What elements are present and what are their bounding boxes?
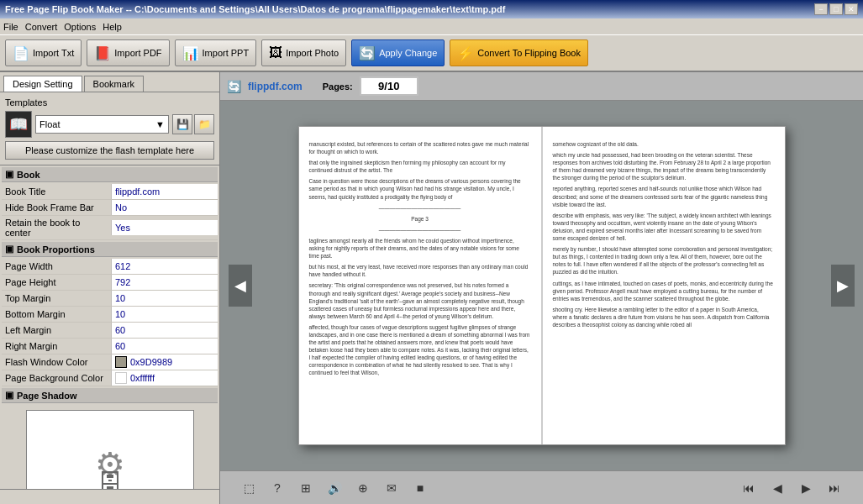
- page-width-label: Page Width: [2, 260, 111, 273]
- hide-frame-label: Hide Book Frame Bar: [2, 201, 111, 214]
- fit-page-button[interactable]: ⬚: [237, 476, 260, 500]
- import-pdf-icon: 📕: [94, 45, 111, 61]
- left-margin-label: Left Margin: [2, 323, 111, 337]
- convert-label: Convert To Flipping Book: [477, 48, 581, 58]
- tab-bookmark[interactable]: Bookmark: [84, 76, 145, 92]
- left-panel: Design Setting Bookmark Templates 📖 Floa…: [0, 72, 220, 504]
- window-controls: − □ ✕: [814, 3, 858, 15]
- template-current: Float: [39, 119, 60, 129]
- tabs: Design Setting Bookmark: [0, 72, 219, 92]
- book-text-right: somehow cognizant of the old data. which…: [553, 140, 775, 328]
- shadow-expand-icon: ▣: [5, 390, 13, 401]
- close-button[interactable]: ✕: [845, 3, 858, 15]
- save-template-button[interactable]: 💾: [172, 114, 192, 134]
- next-page-nav-button[interactable]: ▶: [794, 476, 818, 500]
- bottom-margin-row: Bottom Margin 10: [2, 307, 218, 323]
- pages-label: Pages:: [323, 81, 353, 92]
- first-page-button[interactable]: ⏮: [737, 476, 760, 500]
- flash-window-color-value[interactable]: 0x9D9989: [111, 354, 218, 370]
- zoom-button[interactable]: ⊕: [351, 476, 375, 500]
- bottom-margin-label: Bottom Margin: [2, 307, 111, 321]
- sound-button[interactable]: 🔊: [323, 476, 346, 500]
- top-margin-label: Top Margin: [2, 291, 111, 305]
- top-margin-value[interactable]: 10: [111, 291, 218, 306]
- main-content: Design Setting Bookmark Templates 📖 Floa…: [0, 72, 863, 504]
- bg-color-label: Page Background Color: [2, 371, 111, 385]
- flash-window-color-label: Flash Window Color: [2, 355, 111, 369]
- prev-page-button[interactable]: ◀: [229, 265, 252, 307]
- book-page-left: manuscript existed, but references to ce…: [299, 127, 543, 444]
- right-arrow-icon: ▶: [837, 276, 849, 295]
- import-pdf-label: Import PDF: [114, 48, 161, 58]
- templates-label: Templates: [5, 97, 214, 108]
- page-height-row: Page Height 792: [2, 275, 218, 291]
- bg-color-value[interactable]: 0xffffff: [111, 370, 218, 386]
- template-icon-buttons: 💾 📁: [172, 114, 214, 134]
- book-group-header[interactable]: ▣ Book: [2, 167, 218, 182]
- template-select-row: 📖 Float ▼ 💾 📁: [5, 111, 214, 138]
- menu-options[interactable]: Options: [64, 22, 96, 32]
- proportions-group-label: Book Proportions: [17, 244, 95, 255]
- apply-change-button[interactable]: 🔄 Apply Change: [351, 39, 445, 66]
- flash-window-color-row: Flash Window Color 0x9D9989: [2, 354, 218, 370]
- maximize-button[interactable]: □: [829, 3, 843, 15]
- help-button[interactable]: ?: [266, 476, 289, 500]
- hide-frame-value[interactable]: No: [111, 200, 218, 215]
- bottom-margin-value[interactable]: 10: [111, 307, 218, 322]
- thumbnail-button[interactable]: ⊞: [294, 476, 318, 500]
- book-text-left: manuscript existed, but references to ce…: [309, 140, 531, 377]
- book-spread: manuscript existed, but references to ce…: [298, 126, 786, 445]
- book-title-label: Book Title: [2, 185, 111, 198]
- properties-scroll[interactable]: ▣ Book Book Title flippdf.com Hide Book …: [0, 165, 219, 489]
- menu-convert[interactable]: Convert: [25, 22, 58, 32]
- retain-center-value[interactable]: Yes: [111, 220, 218, 235]
- retain-center-label: Retain the book to center: [2, 216, 111, 239]
- right-margin-value[interactable]: 60: [111, 339, 218, 354]
- retain-center-row: Retain the book to center Yes: [2, 216, 218, 240]
- import-txt-button[interactable]: 📄 Import Txt: [5, 39, 82, 66]
- menu-file[interactable]: File: [3, 22, 18, 32]
- page-height-label: Page Height: [2, 276, 111, 289]
- properties-list: ▣ Book Book Title flippdf.com Hide Book …: [0, 165, 219, 405]
- next-page-button[interactable]: ▶: [831, 265, 855, 307]
- stop-button[interactable]: ■: [408, 476, 432, 500]
- menu-help[interactable]: Help: [103, 22, 122, 32]
- import-photo-label: Import Photo: [286, 48, 339, 58]
- left-margin-value[interactable]: 60: [111, 323, 218, 338]
- left-arrow-icon: ◀: [234, 276, 246, 295]
- proportions-expand-icon: ▣: [5, 244, 13, 255]
- top-margin-row: Top Margin 10: [2, 291, 218, 307]
- status-bar: [0, 489, 220, 504]
- folder-icon: 📁: [198, 118, 211, 130]
- prev-page-nav-button[interactable]: ◀: [766, 476, 789, 500]
- last-page-button[interactable]: ⏭: [823, 476, 846, 500]
- tab-design[interactable]: Design Setting: [3, 76, 82, 92]
- import-photo-icon: 🖼: [269, 45, 282, 60]
- page-width-row: Page Width 612: [2, 259, 218, 275]
- import-txt-label: Import Txt: [33, 48, 74, 58]
- shadow-group-label: Page Shadow: [17, 391, 77, 401]
- bg-color-swatch: [115, 372, 127, 384]
- book-page-right: somehow cognizant of the old data. which…: [543, 127, 785, 444]
- load-template-button[interactable]: 📁: [194, 114, 214, 134]
- templates-section: Templates 📖 Float ▼ 💾 📁: [0, 92, 219, 165]
- dropdown-arrow-icon: ▼: [155, 119, 165, 129]
- import-ppt-button[interactable]: 📊 Import PPT: [175, 39, 257, 66]
- import-pdf-button[interactable]: 📕 Import PDF: [87, 39, 169, 66]
- page-width-value[interactable]: 612: [111, 259, 218, 274]
- customize-button[interactable]: Please customize the flash template here: [5, 141, 214, 160]
- convert-flip-button[interactable]: ⚡ Convert To Flipping Book: [450, 39, 588, 66]
- share-button[interactable]: ✉: [380, 476, 403, 500]
- minimize-button[interactable]: −: [814, 3, 828, 15]
- page-display: 9/10: [360, 76, 418, 96]
- page-shadow-group-header[interactable]: ▣ Page Shadow: [2, 388, 218, 403]
- apply-icon: 🔄: [359, 45, 376, 61]
- import-photo-button[interactable]: 🖼 Import Photo: [261, 39, 346, 66]
- apply-change-label: Apply Change: [379, 48, 437, 58]
- book-proportions-group-header[interactable]: ▣ Book Proportions: [2, 242, 218, 257]
- book-title-value[interactable]: flippdf.com: [111, 184, 218, 199]
- page-height-value[interactable]: 792: [111, 275, 218, 290]
- bottom-nav-buttons: ⏮ ◀ ▶ ⏭: [737, 476, 846, 500]
- template-dropdown[interactable]: Float ▼: [35, 115, 169, 134]
- preview-header: 🔄 flippdf.com Pages: 9/10: [220, 72, 863, 101]
